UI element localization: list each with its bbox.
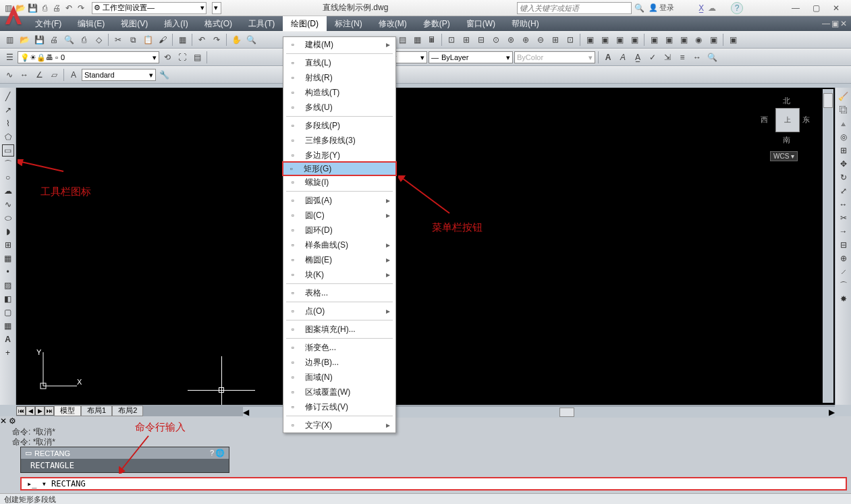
mdi-restore-icon[interactable]: ▣ bbox=[831, 19, 839, 28]
pan-icon[interactable]: ✋ bbox=[229, 33, 243, 47]
menu-item[interactable]: ▫射线(R) bbox=[283, 70, 395, 85]
zoom-all-icon[interactable]: ⊞ bbox=[549, 33, 562, 47]
blockedit-icon[interactable]: ▦ bbox=[175, 33, 189, 47]
spline-icon[interactable]: ∿ bbox=[2, 198, 14, 211]
revcloud-icon[interactable]: ☁ bbox=[2, 185, 14, 197]
menu-item[interactable]: ▫图案填充(H)... bbox=[283, 322, 395, 337]
menu-format[interactable]: 格式(O) bbox=[196, 16, 240, 31]
menu-window[interactable]: 窗口(W) bbox=[458, 16, 503, 31]
menu-insert[interactable]: 插入(I) bbox=[156, 16, 196, 31]
mirror-icon[interactable]: ⟁ bbox=[838, 117, 850, 130]
menu-item[interactable]: ▫块(K)▸ bbox=[283, 267, 395, 282]
render-icon[interactable]: ◉ bbox=[692, 33, 705, 47]
menu-item[interactable]: ▫样条曲线(S)▸ bbox=[283, 237, 395, 252]
settings-cmd-icon[interactable]: ⚙ bbox=[9, 416, 16, 426]
region-icon[interactable]: ▢ bbox=[2, 306, 14, 318]
menu-item[interactable]: ▫点(O)▸ bbox=[283, 304, 395, 318]
layer-selector[interactable]: 💡☀🔒🖶 ▫ 0▾ bbox=[18, 51, 159, 63]
minimize-button[interactable]: — bbox=[786, 2, 805, 14]
menu-item[interactable]: ▫椭圆(E)▸ bbox=[283, 252, 395, 267]
export-icon[interactable]: ▣ bbox=[647, 33, 661, 47]
saveas-icon[interactable]: ⎙ bbox=[39, 3, 50, 13]
polyline-icon[interactable]: ⌇ bbox=[2, 117, 14, 130]
break-icon[interactable]: ⊟ bbox=[838, 239, 850, 251]
textstyle-selector[interactable]: Standard▾ bbox=[82, 69, 156, 81]
zoom-out-icon[interactable]: ⊖ bbox=[534, 33, 547, 47]
print-icon[interactable]: 🖨 bbox=[47, 33, 61, 47]
zoom-icon[interactable]: 🔍 bbox=[244, 33, 258, 47]
text-ai-icon[interactable]: A bbox=[616, 51, 630, 64]
vertical-scrollbar[interactable] bbox=[823, 89, 833, 403]
3dprint-icon[interactable]: ◇ bbox=[92, 33, 105, 47]
menu-item[interactable]: ▫螺旋(I) bbox=[283, 175, 395, 190]
paste-icon[interactable]: 📋 bbox=[141, 33, 155, 47]
copy-icon[interactable]: ⿻ bbox=[838, 104, 850, 116]
menu-item[interactable]: ▫三维多段线(3) bbox=[283, 133, 395, 148]
menu-item[interactable]: ▫圆弧(A)▸ bbox=[283, 193, 395, 208]
exchange-icon[interactable]: X̲ bbox=[698, 3, 704, 13]
tab-first-icon[interactable]: ⏮ bbox=[16, 406, 26, 416]
export-dwf-icon[interactable]: ▣ bbox=[662, 33, 676, 47]
mtext-icon[interactable]: A bbox=[2, 333, 14, 345]
menu-item[interactable]: ▫建模(M)▸ bbox=[283, 37, 395, 52]
menu-view[interactable]: 视图(V) bbox=[113, 16, 156, 31]
extend-icon[interactable]: → bbox=[838, 225, 850, 237]
menu-modify[interactable]: 修改(M) bbox=[370, 16, 415, 31]
menu-item[interactable]: ▫多边形(Y) bbox=[283, 148, 395, 163]
search-input[interactable] bbox=[517, 2, 632, 14]
menu-item[interactable]: ▫区域覆盖(W) bbox=[283, 385, 395, 399]
menu-item[interactable]: ▫表格... bbox=[283, 285, 395, 300]
zoom-scale-icon[interactable]: ⊟ bbox=[474, 33, 488, 47]
redo-icon[interactable]: ↷ bbox=[76, 3, 86, 13]
fillet-icon[interactable]: ⌒ bbox=[838, 279, 850, 291]
undo-icon[interactable]: ↶ bbox=[195, 33, 209, 47]
layer-state-icon[interactable]: ▤ bbox=[190, 51, 204, 64]
workspace-more[interactable]: ▾ bbox=[212, 2, 221, 14]
maximize-button[interactable]: ▢ bbox=[806, 2, 825, 14]
text-style-icon[interactable]: A̲ bbox=[631, 51, 644, 64]
addsel-icon[interactable]: + bbox=[2, 347, 14, 359]
stretch-icon[interactable]: ↔ bbox=[838, 198, 850, 211]
explode-icon[interactable]: ✸ bbox=[838, 293, 850, 305]
save-icon[interactable]: 💾 bbox=[32, 33, 46, 47]
area-icon[interactable]: ▱ bbox=[47, 68, 61, 82]
plotstyle-selector[interactable]: ByColor▾ bbox=[514, 51, 595, 63]
ellipse-arc-icon[interactable]: ◗ bbox=[2, 225, 14, 237]
scroll-thumb[interactable] bbox=[559, 408, 574, 417]
menu-parametric[interactable]: 参数(P) bbox=[415, 16, 458, 31]
new-icon[interactable]: ▥ bbox=[3, 33, 16, 47]
menu-file[interactable]: 文件(F) bbox=[27, 16, 70, 31]
toolpal-icon[interactable]: ▦ bbox=[410, 33, 424, 47]
menu-item[interactable]: ▫圆(C)▸ bbox=[283, 208, 395, 223]
offset-icon[interactable]: ◎ bbox=[838, 131, 850, 143]
menu-item[interactable]: ▫构造线(T) bbox=[283, 85, 395, 100]
pdf-icon[interactable]: ▣ bbox=[613, 33, 626, 47]
line-icon[interactable]: ╱ bbox=[2, 90, 14, 103]
globe-icon[interactable]: 🌐 bbox=[215, 449, 225, 457]
menu-item[interactable]: ▫边界(B)... bbox=[283, 355, 395, 370]
signin-button[interactable]: 👤 登录 bbox=[649, 3, 674, 13]
mat-icon[interactable]: ▣ bbox=[707, 33, 720, 47]
undo-icon[interactable]: ↶ bbox=[63, 3, 74, 13]
workspace-selector[interactable]: ⚙ 工作空间设置—▾ bbox=[92, 2, 207, 14]
publish-icon[interactable]: ⎙ bbox=[77, 33, 90, 47]
zoom-object-icon[interactable]: ⊛ bbox=[504, 33, 518, 47]
sheet-icon[interactable]: ▤ bbox=[395, 33, 409, 47]
close-button[interactable]: ✕ bbox=[827, 2, 846, 14]
tab-layout2[interactable]: 布局2 bbox=[112, 405, 143, 416]
spell-icon[interactable]: ✓ bbox=[646, 51, 659, 64]
command-autocomplete[interactable]: ▭RECTANG?🌐 RECTANGLE bbox=[20, 447, 229, 473]
insert-icon[interactable]: ⊞ bbox=[2, 239, 14, 251]
join-icon[interactable]: ⊕ bbox=[838, 252, 850, 264]
text-a-icon[interactable]: A bbox=[601, 51, 615, 64]
find-icon[interactable]: 🔍 bbox=[705, 51, 719, 64]
app-logo[interactable] bbox=[3, 3, 24, 27]
zoom-dynamic-icon[interactable]: ⊞ bbox=[460, 33, 473, 47]
point-icon[interactable]: • bbox=[2, 266, 14, 278]
menu-item[interactable]: ▫直线(L) bbox=[283, 55, 395, 70]
zoom-extents-icon[interactable]: ⊡ bbox=[564, 33, 577, 47]
polygon-icon[interactable]: ⬠ bbox=[2, 131, 14, 143]
misc-icon[interactable]: ▣ bbox=[726, 33, 740, 47]
rectangle-icon[interactable]: ▭ bbox=[2, 144, 14, 157]
gradient-icon[interactable]: ◧ bbox=[2, 293, 14, 305]
